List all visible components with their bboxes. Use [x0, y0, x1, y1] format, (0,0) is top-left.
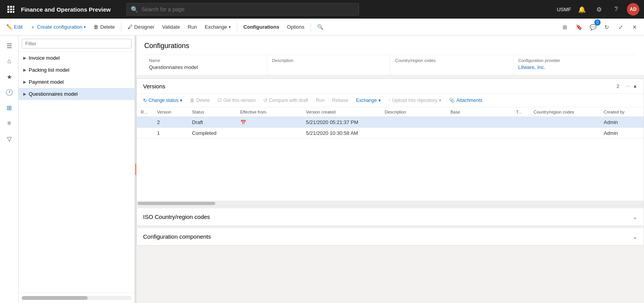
- designer-button[interactable]: 🖊 Designer: [124, 22, 157, 31]
- versions-toolbar: ↻ Change status ▾ 🗑 Delete ☑ Get this ve…: [137, 94, 644, 107]
- run-button[interactable]: Run: [185, 22, 200, 31]
- name-label: Name: [149, 58, 262, 63]
- cell-t: [512, 128, 530, 139]
- scrollbar-thumb[interactable]: [138, 202, 215, 205]
- grid-icon[interactable]: ⊞: [2, 101, 16, 115]
- table-row[interactable]: 1 Completed 5/21/2020 10:30:58 AM Admin: [137, 128, 644, 139]
- col-header-t: T...: [512, 107, 530, 117]
- message-badge: 0: [594, 19, 601, 26]
- cell-version-created: 5/21/2020 05:21:37 PM: [302, 117, 381, 128]
- star-icon[interactable]: ★: [2, 70, 16, 84]
- help-question-icon[interactable]: ?: [610, 3, 622, 15]
- create-configuration-button[interactable]: ＋ Create configuration ▾: [27, 22, 89, 32]
- col-header-status: Status: [188, 107, 236, 117]
- trash-icon: 🗑: [93, 24, 98, 30]
- iso-section-header[interactable]: ISO Country/region codes ⌄: [137, 208, 644, 226]
- filter-icon[interactable]: ▽: [2, 132, 16, 146]
- compare-icon: ↺: [263, 98, 267, 103]
- layout-icon[interactable]: ⊞: [559, 21, 571, 33]
- list-icon[interactable]: ≡: [2, 116, 16, 130]
- name-value: Questionnaires model: [149, 64, 262, 70]
- iso-section[interactable]: ISO Country/region codes ⌄: [136, 208, 644, 226]
- expand-arrow-icon: ▶: [23, 80, 26, 84]
- sidebar-list: ▶ Invoice model ▶ Packing list model ▶ P…: [19, 52, 135, 293]
- designer-icon: 🖊: [128, 24, 133, 30]
- search-icon: 🔍: [131, 6, 138, 13]
- svg-rect-0: [7, 6, 9, 8]
- refresh-icon[interactable]: ↻: [601, 21, 613, 33]
- home-icon[interactable]: ⌂: [2, 54, 16, 68]
- separator-1: [121, 22, 121, 32]
- versions-section-header[interactable]: Versions 2 -- ▲: [137, 79, 644, 94]
- main-content-inner: Configurations Name Questionnaires model…: [136, 36, 644, 252]
- filter-input[interactable]: [22, 39, 131, 48]
- clock-icon[interactable]: 🕐: [2, 85, 16, 99]
- resize-handle[interactable]: [135, 36, 136, 303]
- iso-chevron-icon[interactable]: ⌄: [633, 214, 637, 220]
- sidebar-item-invoice[interactable]: ▶ Invoice model: [19, 52, 135, 64]
- sidebar-item-packing[interactable]: ▶ Packing list model: [19, 64, 135, 76]
- rebase-button[interactable]: Rebase: [329, 96, 351, 105]
- cell-r: [137, 117, 153, 128]
- sidebar-item-payment[interactable]: ▶ Payment model: [19, 76, 135, 88]
- col-header-version: Version: [153, 107, 188, 117]
- components-section[interactable]: Configuration components ⌄: [136, 227, 644, 246]
- col-header-effective: Effective from: [237, 107, 302, 117]
- get-this-version-button[interactable]: ☑ Get this version: [214, 96, 259, 105]
- edit-button[interactable]: ✏️ Edit: [3, 22, 26, 31]
- exchange-button[interactable]: Exchange ▾: [202, 22, 234, 31]
- close-icon[interactable]: ✕: [628, 21, 641, 33]
- top-nav-right: USMF 🔔 ⚙ ? AD: [557, 3, 639, 15]
- cell-createdby: Admin: [600, 128, 644, 139]
- col-header-base: Base: [447, 107, 512, 117]
- waffle-menu[interactable]: [5, 3, 17, 15]
- expand-arrow-icon: ▶: [23, 92, 26, 96]
- sidebar-item-questionnaires[interactable]: ▶ Questionnaires model: [19, 88, 135, 100]
- section-collapse-icon[interactable]: ▲: [633, 83, 637, 89]
- provider-value[interactable]: Litware, Inc.: [518, 64, 632, 70]
- separator-3: [311, 22, 311, 32]
- cell-r: [137, 128, 153, 139]
- components-section-header[interactable]: Configuration components ⌄: [137, 228, 644, 245]
- configurations-button[interactable]: Configurations: [240, 22, 282, 31]
- change-status-button[interactable]: ↻ Change status ▾: [140, 96, 185, 105]
- search-bar[interactable]: 🔍: [126, 3, 359, 15]
- avatar[interactable]: AD: [627, 3, 639, 15]
- options-button[interactable]: Options: [284, 22, 307, 31]
- toolbar-right: ⊞ 🔖 💬 0 ↻ ⤢ ✕: [559, 21, 641, 33]
- description-field: Description: [268, 55, 391, 75]
- run-versions-button[interactable]: Run: [313, 96, 328, 105]
- exchange-versions-button[interactable]: Exchange ▾: [353, 96, 383, 105]
- notification-bell-icon[interactable]: 🔔: [576, 3, 588, 15]
- versions-delete-button[interactable]: 🗑 Delete: [187, 96, 213, 105]
- col-header-createdby: Created by: [600, 107, 644, 117]
- table-row[interactable]: 2 Draft 📅 5/21/2020 05:21:37 PM: [137, 117, 644, 128]
- cell-effective: 📅: [237, 117, 302, 128]
- popout-icon[interactable]: ⤢: [615, 21, 627, 33]
- page-title: Configurations: [144, 42, 636, 50]
- upload-into-repository-button[interactable]: ↑ Upload into repository ▾: [385, 96, 445, 105]
- cell-base: [447, 117, 512, 128]
- horizontal-scrollbar[interactable]: [137, 201, 644, 206]
- menu-toggle-icon[interactable]: ☰: [2, 39, 16, 53]
- cell-country: [530, 117, 600, 128]
- validate-button[interactable]: Validate: [159, 22, 183, 31]
- col-header-r: R...: [137, 107, 153, 117]
- components-chevron-icon[interactable]: ⌄: [633, 234, 637, 240]
- bookmark-icon[interactable]: 🔖: [573, 21, 585, 33]
- versions-table: R... Version Status Effective from Versi…: [137, 107, 644, 139]
- versions-thead: R... Version Status Effective from Versi…: [137, 107, 644, 117]
- search-toolbar-icon[interactable]: 🔍: [314, 22, 326, 31]
- cell-base: [447, 128, 512, 139]
- description-label: Description: [272, 58, 386, 63]
- settings-gear-icon[interactable]: ⚙: [593, 3, 605, 15]
- sidebar-item-label: Invoice model: [29, 55, 60, 61]
- versions-title: Versions: [143, 83, 616, 90]
- calendar-icon[interactable]: 📅: [240, 120, 246, 125]
- compare-with-draft-button[interactable]: ↺ Compare with draft: [260, 96, 311, 105]
- search-input[interactable]: [142, 6, 355, 12]
- exchange-chevron-icon: ▾: [378, 98, 381, 103]
- attachments-button[interactable]: 📎 Attachments: [446, 96, 485, 105]
- delete-button[interactable]: 🗑 Delete: [90, 22, 118, 31]
- app-title: Finance and Operations Preview: [21, 6, 111, 13]
